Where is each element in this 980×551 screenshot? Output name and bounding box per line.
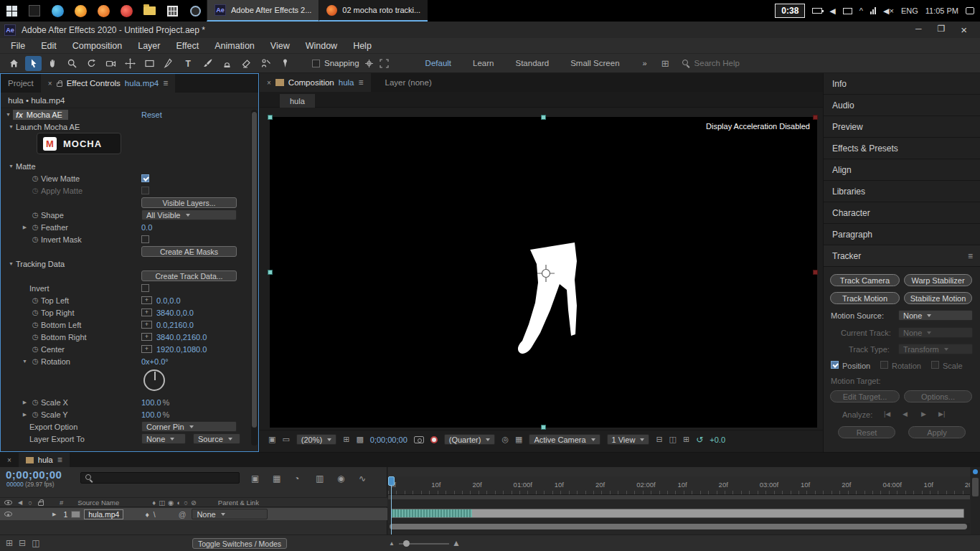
menu-edit[interactable]: Edit: [33, 38, 65, 54]
view-layout-dropdown[interactable]: 1 View: [607, 434, 650, 445]
rotation-dial[interactable]: [143, 369, 165, 391]
close-button[interactable]: ×: [961, 24, 967, 36]
zoom-in-mountain-icon[interactable]: ▲: [452, 538, 461, 548]
current-time-indicator-handle[interactable]: [388, 476, 395, 486]
workspace-grid-icon[interactable]: ⊞: [661, 58, 669, 69]
timeline-jump-icon[interactable]: ⊞: [683, 435, 689, 444]
display-icon[interactable]: [843, 8, 852, 14]
share-view-icon[interactable]: ⊟: [656, 435, 662, 444]
comp-handle-right-middle[interactable]: [813, 270, 818, 275]
comp-handle-top-left[interactable]: [268, 115, 273, 120]
scale-checkbox[interactable]: [931, 361, 939, 369]
region-of-interest-icon[interactable]: ▩: [356, 435, 363, 444]
panel-menu-icon[interactable]: ≡: [359, 77, 364, 88]
close-tab-icon[interactable]: ×: [267, 79, 271, 87]
tracker-panel-header[interactable]: Tracker ≡: [824, 245, 980, 267]
analyze-backward-one-icon[interactable]: |◀: [884, 410, 890, 418]
launch-mocha-group-row[interactable]: ▼ Launch Mocha AE: [1, 121, 258, 133]
point-picker-icon[interactable]: +: [141, 333, 152, 341]
export-option-dropdown[interactable]: Corner Pin: [141, 421, 237, 432]
brush-tool[interactable]: [199, 56, 216, 71]
bottom-left-value[interactable]: 0.0,2160.0: [156, 321, 194, 329]
primary-viewer-icon[interactable]: ▭: [282, 435, 289, 444]
parent-link-column[interactable]: Parent & Link: [218, 499, 259, 507]
timeline-search-box[interactable]: [80, 472, 240, 484]
menu-composition[interactable]: Composition: [65, 38, 130, 54]
pinned-browser-firefox[interactable]: [69, 0, 92, 22]
reset-effect-link[interactable]: Reset: [141, 110, 162, 119]
hand-tool[interactable]: [44, 56, 61, 71]
invert-checkbox[interactable]: [141, 284, 149, 292]
pinned-app-dark[interactable]: [23, 0, 46, 22]
language-indicator[interactable]: ENG: [901, 6, 918, 15]
point-picker-icon[interactable]: +: [141, 296, 152, 304]
launch-mocha-button[interactable]: M MOCHA: [37, 133, 121, 154]
scale-y-value[interactable]: 100.0: [141, 410, 161, 419]
track-type-dropdown[interactable]: Transform: [898, 344, 973, 354]
analyze-backward-icon[interactable]: ◀: [903, 410, 908, 418]
timeline-search-input[interactable]: [97, 474, 226, 482]
layer-twirl-icon[interactable]: ▶: [52, 512, 56, 517]
speaker-icon[interactable]: ◀: [829, 6, 835, 16]
stopwatch-icon[interactable]: ◷: [29, 309, 41, 316]
position-checkbox[interactable]: [831, 361, 839, 369]
timeline-tab-hula[interactable]: hula ≡: [19, 453, 70, 467]
frame-blending-icon[interactable]: ▥: [316, 474, 324, 484]
stopwatch-icon[interactable]: ◷: [29, 398, 41, 406]
motion-source-dropdown[interactable]: None: [898, 310, 973, 321]
stopwatch-icon[interactable]: ◷: [29, 357, 41, 365]
analyze-forward-one-icon[interactable]: ▶|: [938, 410, 945, 418]
work-area-bar[interactable]: [388, 495, 970, 499]
shape-dropdown[interactable]: All Visible: [141, 209, 237, 220]
hide-shy-layers-icon[interactable]: ◔: [294, 474, 299, 484]
type-tool[interactable]: T: [180, 56, 197, 71]
layer-switches-icons[interactable]: ♦\: [145, 510, 159, 519]
menu-help[interactable]: Help: [345, 38, 380, 54]
workspace-default[interactable]: Default: [425, 59, 451, 67]
time-ruler[interactable]: 0f10f20f01:00f10f20f02:00f10f20f03:00f10…: [388, 476, 970, 495]
magnification-dropdown[interactable]: (20%): [296, 434, 336, 445]
menu-file[interactable]: File: [3, 38, 33, 54]
motion-blur-icon[interactable]: ◉: [337, 474, 344, 484]
fast-previews-icon[interactable]: ◎: [501, 435, 509, 444]
pixel-aspect-icon[interactable]: ◫: [669, 435, 677, 444]
stopwatch-icon[interactable]: ◷: [29, 174, 41, 182]
layer-anchor-crosshair-icon[interactable]: [537, 265, 555, 282]
resolution-dropdown[interactable]: (Quarter): [444, 434, 496, 445]
workspace-small-screen[interactable]: Small Screen: [570, 59, 619, 67]
scale-x-value[interactable]: 100.0: [141, 398, 161, 407]
eraser-tool[interactable]: [238, 56, 255, 71]
comp-viewer-tab[interactable]: hula: [280, 94, 315, 108]
pinned-app-red[interactable]: [115, 0, 138, 22]
layer-visibility-icon[interactable]: [4, 512, 12, 517]
taskbar-tab-mocha[interactable]: 02 mocha roto tracki...: [319, 0, 428, 22]
stopwatch-icon[interactable]: ◷: [29, 296, 41, 304]
panel-tab-info[interactable]: Info: [824, 73, 980, 95]
snap-frame-icon[interactable]: [379, 58, 390, 69]
top-right-value[interactable]: 3840.0,0.0: [156, 309, 194, 317]
shape-tool[interactable]: [141, 56, 158, 71]
workspace-standard[interactable]: Standard: [515, 59, 549, 67]
zoom-tool[interactable]: [64, 56, 80, 71]
stopwatch-icon[interactable]: ◷: [29, 223, 41, 231]
stopwatch-icon[interactable]: ◷: [29, 321, 41, 329]
battery-icon[interactable]: [812, 8, 822, 14]
taskbar-tab-after-effects[interactable]: Ae Adobe After Effects 2...: [207, 0, 319, 22]
panel-tab-audio[interactable]: Audio: [824, 95, 980, 116]
panel-menu-icon[interactable]: ≡: [968, 251, 973, 261]
twirl-down-icon[interactable]: ▼: [6, 124, 16, 129]
graph-editor-icon[interactable]: ∿: [359, 474, 366, 484]
menu-animation[interactable]: Animation: [207, 38, 263, 54]
pickwhip-icon[interactable]: @: [179, 510, 187, 519]
minimize-button[interactable]: ─: [915, 24, 922, 36]
matte-group-row[interactable]: ▼ Matte: [1, 160, 258, 172]
snapping-checkbox[interactable]: [312, 60, 320, 67]
tab-effect-controls[interactable]: × Effect Controls hula.mp4 ≡: [41, 74, 175, 93]
layer-export-dropdown[interactable]: None: [141, 433, 186, 444]
clock[interactable]: 11:05 PM: [925, 6, 958, 15]
comp-handle-bottom-center[interactable]: [541, 425, 546, 430]
draft-3d-icon[interactable]: ▦: [273, 474, 281, 484]
view-matte-checkbox[interactable]: [141, 174, 149, 182]
composition-mini-flowchart-icon[interactable]: ▣: [251, 474, 259, 484]
start-button[interactable]: [0, 0, 23, 22]
